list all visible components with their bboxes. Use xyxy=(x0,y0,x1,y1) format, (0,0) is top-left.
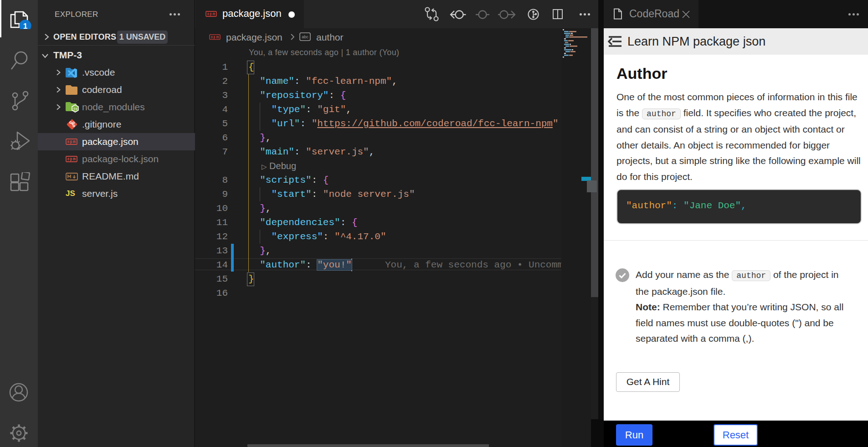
svg-text:abc: abc xyxy=(302,35,308,39)
svg-text:js: js xyxy=(73,107,77,111)
svg-text:1: 1 xyxy=(23,22,27,30)
